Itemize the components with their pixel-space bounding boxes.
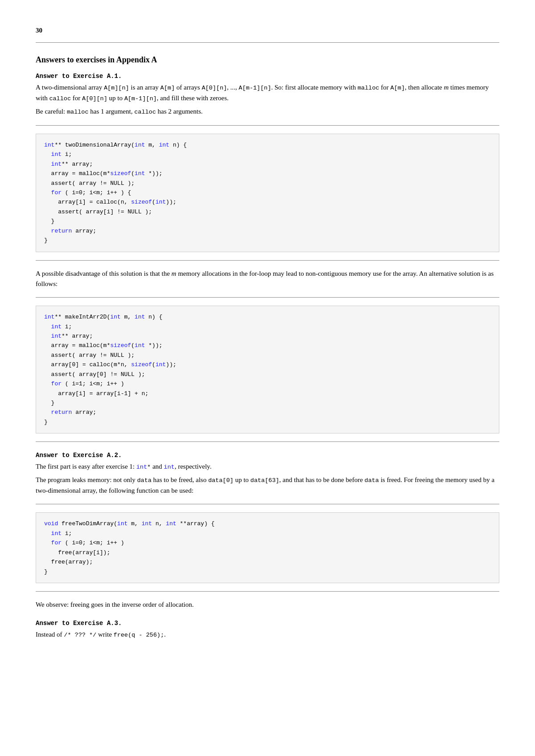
code1-top-rule: [36, 125, 499, 126]
answer-a1-para1: A two-dimensional array A[m][n] is an ar…: [36, 82, 499, 104]
code-block-3: void freeTwoDimArray(int m, int n, int *…: [36, 512, 499, 583]
answer-a2-observe: We observe: freeing goes in the inverse …: [36, 600, 499, 610]
answer-a1-para2: Be careful: malloc has 1 argument, callo…: [36, 106, 499, 117]
answer-a1: Answer to Exercise A.1. A two-dimensiona…: [36, 73, 499, 442]
code2-top-rule: [36, 297, 499, 298]
code2-bottom-rule: [36, 441, 499, 442]
answer-a3: Answer to Exercise A.3. Instead of /* ??…: [36, 620, 499, 640]
top-rule: [36, 42, 499, 43]
code1-bottom-rule: [36, 260, 499, 261]
answer-a2-para2: The program leaks memory: not only data …: [36, 475, 499, 496]
answer-a2-para1: The first part is easy after exercise 1:…: [36, 462, 499, 472]
code-block-1: int** twoDimensionalArray(int m, int n) …: [36, 134, 499, 252]
answer-a2-heading: Answer to Exercise A.2.: [36, 452, 499, 459]
answer-a2: Answer to Exercise A.2. The first part i…: [36, 452, 499, 610]
answer-a3-heading: Answer to Exercise A.3.: [36, 620, 499, 627]
answer-a1-after: A possible disadvantage of this solution…: [36, 269, 499, 290]
page-number: 30: [36, 27, 499, 34]
section-title: Answers to exercises in Appendix A: [36, 55, 499, 65]
code3-bottom-rule: [36, 591, 499, 592]
code3-top-rule: [36, 504, 499, 504]
answer-a1-heading: Answer to Exercise A.1.: [36, 73, 499, 80]
answer-a3-para: Instead of /* ??? */ write free(q - 256)…: [36, 629, 499, 640]
code-block-2: int** makeIntArr2D(int m, int n) { int i…: [36, 306, 499, 433]
